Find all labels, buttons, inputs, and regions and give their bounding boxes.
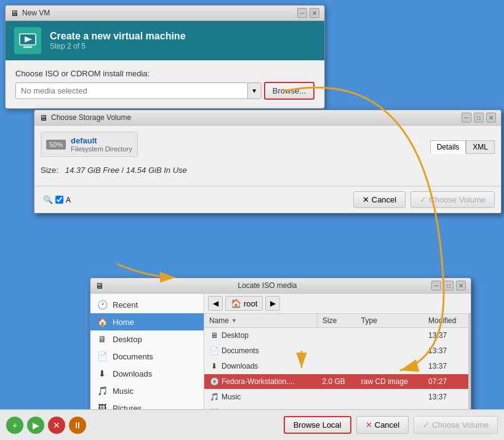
- vm-window-icon: 🖥: [10, 9, 18, 18]
- bottom-cancel-icon: ✕: [366, 420, 372, 430]
- media-row: ▼ Browse...: [15, 82, 314, 100]
- bottom-cancel-button[interactable]: ✕ Cancel: [356, 416, 409, 434]
- size-inuse: 14.54 GiB In Use: [126, 166, 187, 175]
- file-icon-desktop: 🖥: [209, 330, 219, 340]
- iso-maximize-btn[interactable]: □: [444, 281, 454, 290]
- iso-titlebar-buttons: ─ □ ✕: [431, 281, 466, 290]
- file-type: [356, 359, 423, 374]
- table-row[interactable]: 🖥Desktop 13:37: [204, 328, 468, 343]
- file-size-fedora: 2.0 GB: [317, 374, 356, 390]
- stop-button[interactable]: ✕: [48, 417, 65, 434]
- sidebar-label-music: Music: [113, 386, 134, 396]
- choose-volume-icon: ✓: [420, 195, 426, 204]
- file-modified: 13:37: [423, 328, 468, 343]
- table-row[interactable]: ⬇Downloads 13:37: [204, 359, 468, 374]
- titlebar-buttons: ─ ✕: [297, 8, 319, 18]
- desktop-icon: 🖥: [97, 334, 108, 345]
- choose-volume-bottom-btn[interactable]: ✓ Choose Volume: [414, 416, 498, 434]
- file-icon-fedora: 💿: [209, 377, 219, 386]
- table-row[interactable]: 🎵Music 13:37: [204, 390, 468, 405]
- browse-button[interactable]: Browse...: [264, 82, 314, 100]
- pause-button[interactable]: ⏸: [69, 417, 86, 434]
- choose-volume-bottom-label: Choose Volume: [432, 420, 489, 430]
- storage-cancel-btn[interactable]: ✕ Cancel: [353, 191, 406, 208]
- sidebar-label-documents: Documents: [113, 352, 153, 361]
- vm-header: Create a new virtual machine Step 2 of 5: [6, 21, 324, 60]
- file-size: [317, 343, 356, 359]
- col-type[interactable]: Type: [356, 314, 423, 328]
- iso-window-icon: 🖥: [95, 281, 103, 290]
- nav-back-btn[interactable]: ◀: [208, 296, 223, 311]
- sidebar-label-recent: Recent: [113, 300, 138, 310]
- sidebar-item-desktop[interactable]: 🖥 Desktop: [90, 330, 204, 348]
- media-input[interactable]: [16, 83, 247, 98]
- choose-volume-btn[interactable]: ✓ Choose Volume: [410, 191, 495, 208]
- table-row-fedora[interactable]: 💿Fedora-Workstation.... 2.0 GB raw CD im…: [204, 374, 468, 390]
- iso-titlebar-left: 🖥: [95, 281, 103, 290]
- file-type: [356, 390, 423, 405]
- music-icon: 🎵: [97, 385, 108, 396]
- file-name: 📄Documents: [204, 343, 317, 359]
- pool-type: Filesystem Directory: [71, 145, 132, 153]
- file-size: [317, 359, 356, 374]
- new-vm-window: 🖥 New VM ─ ✕ Create a new virtual machin…: [5, 5, 325, 109]
- browse-local-button[interactable]: Browse Local: [284, 416, 351, 434]
- add-button[interactable]: +: [6, 417, 23, 434]
- bottom-bar: + ▶ ✕ ⏸ Browse Local ✕ Cancel ✓ Choose V…: [0, 409, 504, 440]
- documents-icon: 📄: [97, 351, 108, 362]
- pool-percent: 50%: [46, 140, 66, 150]
- file-icon-documents: 📄: [209, 346, 219, 356]
- col-modified[interactable]: Modified: [423, 314, 468, 328]
- tab-xml[interactable]: XML: [466, 140, 495, 154]
- storage-body: 50% default Filesystem Directory Details…: [34, 126, 501, 186]
- search-icon[interactable]: 🔍: [43, 195, 53, 204]
- close-button[interactable]: ✕: [310, 8, 319, 18]
- vm-header-icon: [14, 27, 41, 54]
- play-icon: [18, 31, 37, 50]
- col-size[interactable]: Size: [317, 314, 356, 328]
- sidebar-item-downloads[interactable]: ⬇ Downloads: [90, 365, 204, 382]
- table-row[interactable]: 📄Documents 13:37: [204, 343, 468, 359]
- storage-maximize-btn[interactable]: □: [474, 113, 484, 122]
- iso-title: Locate ISO media: [103, 281, 431, 290]
- storage-minimize-btn[interactable]: ─: [462, 113, 471, 122]
- file-name: ⬇Downloads: [204, 359, 317, 374]
- pool-info: default Filesystem Directory: [71, 136, 132, 153]
- file-type: [356, 328, 423, 343]
- new-vm-title: New VM: [22, 9, 50, 17]
- file-name: 🖥Desktop: [204, 328, 317, 343]
- nav-forward-btn[interactable]: ▶: [265, 296, 280, 311]
- pool-item[interactable]: 50% default Filesystem Directory: [41, 132, 138, 157]
- sidebar-item-home[interactable]: 🏠 Home: [90, 313, 204, 330]
- pool-name: default: [71, 136, 132, 145]
- file-modified-fedora: 07:27: [423, 374, 468, 390]
- size-label: Size:: [41, 166, 58, 175]
- nav-location-text: root: [244, 299, 257, 308]
- bottom-cancel-label: Cancel: [375, 420, 399, 430]
- filter-label: A: [66, 196, 71, 204]
- iso-titlebar: 🖥 Locate ISO media ─ □ ✕: [90, 278, 471, 294]
- file-size: [317, 390, 356, 405]
- svg-rect-2: [23, 46, 32, 48]
- iso-minimize-btn[interactable]: ─: [431, 281, 441, 290]
- filter-checkbox[interactable]: [55, 196, 63, 204]
- sidebar-label-desktop: Desktop: [113, 335, 142, 344]
- size-row: Size: 14.37 GiB Free / 14.54 GiB In Use: [41, 166, 495, 175]
- tab-details[interactable]: Details: [430, 140, 466, 154]
- sidebar-label-home: Home: [113, 318, 134, 327]
- iso-close-btn[interactable]: ✕: [456, 281, 466, 290]
- storage-close-btn[interactable]: ✕: [486, 113, 496, 122]
- sidebar-item-documents[interactable]: 📄 Documents: [90, 348, 204, 365]
- file-name: 🎵Music: [204, 390, 317, 405]
- col-name[interactable]: Name ▼: [204, 314, 317, 328]
- media-dropdown-btn[interactable]: ▼: [247, 83, 261, 98]
- storage-cancel-icon: ✕: [362, 195, 369, 204]
- play-button[interactable]: ▶: [27, 417, 44, 434]
- nav-bar: ◀ 🏠 root ▶: [204, 294, 471, 314]
- sidebar-item-recent[interactable]: 🕐 Recent: [90, 296, 204, 313]
- new-vm-body: Choose ISO or CDROM install media: ▼ Bro…: [6, 60, 324, 108]
- home-icon: 🏠: [97, 316, 108, 327]
- sidebar-item-music[interactable]: 🎵 Music: [90, 382, 204, 399]
- minimize-button[interactable]: ─: [297, 8, 307, 18]
- file-icon-downloads: ⬇: [209, 361, 219, 371]
